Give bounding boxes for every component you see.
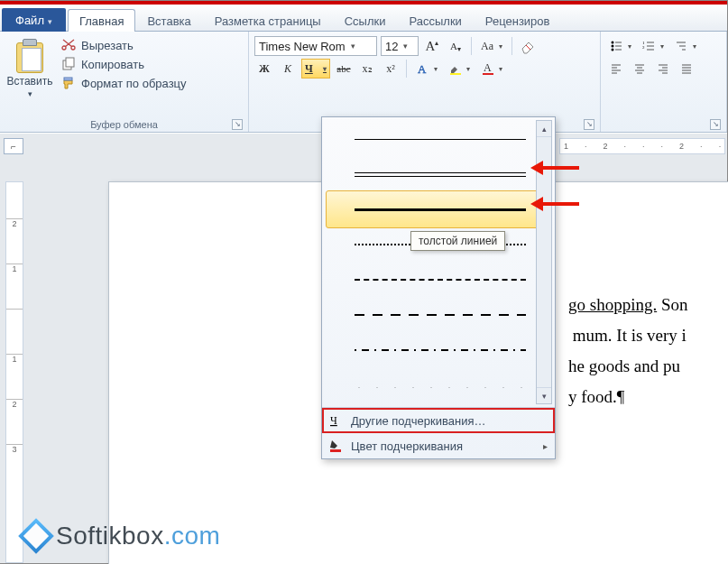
svg-text:2: 2 bbox=[642, 45, 645, 50]
svg-rect-2 bbox=[64, 78, 72, 80]
underline-dot-dash[interactable] bbox=[349, 333, 531, 367]
underline-wavy[interactable] bbox=[349, 368, 531, 402]
subscript-button[interactable]: x₂ bbox=[357, 59, 377, 79]
font-size-combo[interactable]: 12▾ bbox=[381, 36, 419, 56]
paste-button[interactable]: Вставить ▾ bbox=[5, 33, 54, 98]
font-color-button[interactable]: A▾ bbox=[477, 59, 506, 79]
align-center-button[interactable] bbox=[630, 59, 650, 79]
horizontal-ruler[interactable]: 1·2···2···3···4 bbox=[559, 138, 725, 154]
svg-rect-6 bbox=[483, 73, 493, 75]
align-left-button[interactable] bbox=[606, 59, 626, 79]
scroll-down-icon[interactable]: ▾ bbox=[537, 387, 551, 403]
clipboard-launcher-icon[interactable]: ↘ bbox=[232, 119, 243, 130]
group-clipboard: Вставить ▾ Вырезать Копировать bbox=[0, 32, 249, 132]
tab-mailings[interactable]: Рассылки bbox=[398, 9, 474, 32]
svg-text:A: A bbox=[484, 61, 492, 74]
underline-color-icon bbox=[327, 438, 344, 454]
copy-button[interactable]: Копировать bbox=[58, 56, 189, 72]
svg-point-9 bbox=[612, 49, 614, 51]
superscript-button[interactable]: x² bbox=[381, 59, 401, 79]
format-painter-button[interactable]: Формат по образцу bbox=[58, 75, 189, 91]
underline-thick[interactable] bbox=[349, 192, 531, 227]
more-underlines-label: Другие подчеркивания… bbox=[351, 414, 485, 428]
underline-button[interactable]: Ч▾ bbox=[301, 59, 330, 79]
multilevel-button[interactable]: ▾ bbox=[671, 36, 700, 56]
tab-layout[interactable]: Разметка страницы bbox=[203, 9, 333, 32]
shrink-font-button[interactable]: A▾ bbox=[446, 36, 465, 56]
svg-rect-4 bbox=[450, 73, 461, 75]
font-name-value: Times New Rom bbox=[259, 40, 346, 53]
eraser-icon bbox=[520, 38, 536, 54]
group-clipboard-label: Буфер обмена bbox=[90, 119, 158, 130]
brush-icon bbox=[60, 76, 77, 90]
document-text[interactable]: go shopping. Son mum. It is very i he go… bbox=[568, 290, 722, 412]
grow-font-button[interactable]: A▴ bbox=[422, 36, 442, 56]
paste-dropdown-icon[interactable]: ▾ bbox=[28, 89, 32, 98]
softikbox-logo-icon bbox=[23, 523, 49, 549]
annotation-arrow-2 bbox=[536, 202, 579, 206]
underline-color-button[interactable]: Цвет подчеркивания ▸ bbox=[322, 433, 555, 458]
chevron-down-icon: ▾ bbox=[403, 42, 408, 51]
highlight-button[interactable]: ▾ bbox=[445, 59, 474, 79]
svg-text:Ч: Ч bbox=[330, 414, 337, 427]
change-case-button[interactable]: Aa▾ bbox=[477, 36, 506, 56]
underline-more-icon: Ч bbox=[327, 412, 344, 429]
ruler-corner[interactable]: ⌐ bbox=[4, 138, 23, 154]
text-effects-button[interactable]: A▾ bbox=[412, 59, 441, 79]
tab-insert[interactable]: Вставка bbox=[135, 9, 202, 32]
svg-point-7 bbox=[612, 42, 614, 44]
copy-label: Копировать bbox=[81, 58, 144, 71]
more-underlines-button[interactable]: Ч Другие подчеркивания… bbox=[322, 408, 555, 433]
vertical-ruler[interactable]: 2 1 1 2 3 bbox=[5, 181, 23, 563]
strike-button[interactable]: abc bbox=[334, 59, 354, 79]
clear-formatting-button[interactable] bbox=[518, 36, 538, 56]
tab-review[interactable]: Рецензиров bbox=[474, 9, 562, 32]
scissors-icon bbox=[60, 38, 77, 52]
italic-button[interactable]: К bbox=[278, 59, 298, 79]
numbering-button[interactable]: 12▾ bbox=[639, 36, 668, 56]
font-launcher-icon[interactable]: ↘ bbox=[584, 119, 594, 130]
bullets-button[interactable]: ▾ bbox=[606, 36, 635, 56]
group-paragraph: ▾ 12▾ ▾ ↘ bbox=[601, 32, 727, 132]
paste-label: Вставить bbox=[7, 75, 53, 88]
underline-tooltip: толстой линией bbox=[410, 231, 505, 251]
underline-dashed[interactable] bbox=[349, 263, 531, 297]
svg-text:A: A bbox=[418, 62, 427, 76]
font-size-value: 12 bbox=[385, 40, 398, 53]
watermark: Softikbox.com bbox=[23, 522, 220, 550]
underline-double[interactable] bbox=[349, 157, 531, 191]
chevron-down-icon: ▾ bbox=[351, 42, 355, 51]
underline-long-dashed[interactable] bbox=[349, 298, 531, 332]
paragraph-launcher-icon[interactable]: ↘ bbox=[710, 119, 721, 130]
align-right-button[interactable] bbox=[653, 59, 673, 79]
font-name-combo[interactable]: Times New Rom▾ bbox=[254, 36, 377, 56]
underline-dropdown: ▴ ▾ Ч Другие подчеркивания… Цвет подчерк… bbox=[321, 116, 556, 459]
svg-rect-1 bbox=[66, 58, 74, 67]
chevron-right-icon: ▸ bbox=[543, 441, 548, 451]
copy-icon bbox=[60, 57, 77, 71]
cut-button[interactable]: Вырезать bbox=[58, 37, 189, 53]
align-justify-button[interactable] bbox=[677, 59, 696, 79]
cut-label: Вырезать bbox=[81, 39, 134, 52]
annotation-arrow-1 bbox=[536, 166, 579, 170]
underline-single[interactable] bbox=[349, 122, 531, 156]
svg-point-8 bbox=[612, 45, 614, 48]
bold-button[interactable]: Ж bbox=[254, 59, 274, 79]
tab-home[interactable]: Главная bbox=[68, 9, 135, 32]
tab-file[interactable]: Файл bbox=[2, 8, 66, 32]
format-painter-label: Формат по образцу bbox=[81, 77, 187, 90]
ribbon-tabs: Файл Главная Вставка Разметка страницы С… bbox=[0, 5, 727, 32]
paste-icon bbox=[14, 39, 45, 73]
scroll-up-icon[interactable]: ▴ bbox=[537, 121, 551, 137]
underline-color-label: Цвет подчеркивания bbox=[351, 439, 463, 453]
tab-references[interactable]: Ссылки bbox=[333, 9, 398, 32]
svg-rect-13 bbox=[330, 449, 341, 452]
